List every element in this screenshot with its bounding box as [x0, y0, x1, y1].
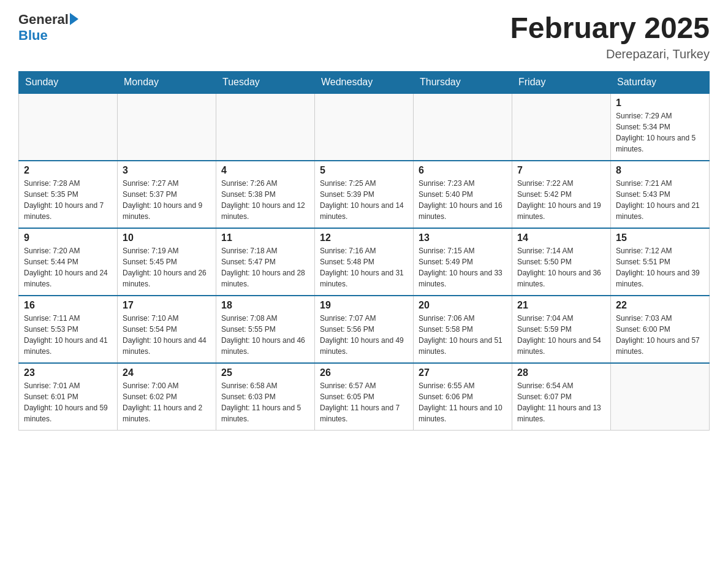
day-cell: 1Sunrise: 7:29 AMSunset: 5:34 PMDaylight…: [611, 93, 710, 161]
title-block: February 2025 Derepazari, Turkey: [510, 12, 710, 61]
day-cell: 19Sunrise: 7:07 AMSunset: 5:56 PMDayligh…: [315, 296, 414, 363]
day-cell: 26Sunrise: 6:57 AMSunset: 6:05 PMDayligh…: [315, 363, 414, 431]
col-wednesday: Wednesday: [315, 71, 414, 93]
day-cell: 9Sunrise: 7:20 AMSunset: 5:44 PMDaylight…: [19, 228, 118, 296]
day-info: Sunrise: 7:04 AMSunset: 5:59 PMDaylight:…: [517, 313, 605, 357]
day-info: Sunrise: 7:00 AMSunset: 6:02 PMDaylight:…: [123, 380, 211, 424]
day-info: Sunrise: 7:26 AMSunset: 5:38 PMDaylight:…: [221, 178, 309, 222]
day-cell: 5Sunrise: 7:25 AMSunset: 5:39 PMDaylight…: [315, 161, 414, 228]
logo-general-text: General: [18, 12, 69, 27]
day-info: Sunrise: 7:14 AMSunset: 5:50 PMDaylight:…: [517, 245, 605, 289]
day-info: Sunrise: 7:08 AMSunset: 5:55 PMDaylight:…: [221, 313, 309, 357]
week-row-1: 1Sunrise: 7:29 AMSunset: 5:34 PMDaylight…: [19, 93, 710, 161]
day-cell: 22Sunrise: 7:03 AMSunset: 6:00 PMDayligh…: [611, 296, 710, 363]
day-number: 25: [221, 367, 309, 378]
day-info: Sunrise: 7:28 AMSunset: 5:35 PMDaylight:…: [24, 178, 112, 222]
day-cell: 7Sunrise: 7:22 AMSunset: 5:42 PMDaylight…: [512, 161, 611, 228]
day-number: 14: [517, 232, 605, 243]
day-number: 6: [419, 165, 507, 176]
day-cell: 3Sunrise: 7:27 AMSunset: 5:37 PMDaylight…: [118, 161, 216, 228]
calendar-table: Sunday Monday Tuesday Wednesday Thursday…: [18, 71, 710, 431]
day-info: Sunrise: 7:10 AMSunset: 5:54 PMDaylight:…: [123, 313, 211, 357]
day-number: 3: [123, 165, 211, 176]
day-number: 1: [616, 98, 704, 109]
day-info: Sunrise: 6:54 AMSunset: 6:07 PMDaylight:…: [517, 380, 605, 424]
day-number: 23: [24, 367, 112, 378]
day-number: 7: [517, 165, 605, 176]
day-cell: 16Sunrise: 7:11 AMSunset: 5:53 PMDayligh…: [19, 296, 118, 363]
day-cell: 18Sunrise: 7:08 AMSunset: 5:55 PMDayligh…: [216, 296, 315, 363]
day-number: 2: [24, 165, 112, 176]
calendar-header-row: Sunday Monday Tuesday Wednesday Thursday…: [19, 71, 710, 93]
calendar-title: February 2025: [510, 12, 710, 45]
day-info: Sunrise: 7:16 AMSunset: 5:48 PMDaylight:…: [320, 245, 408, 289]
day-cell: 24Sunrise: 7:00 AMSunset: 6:02 PMDayligh…: [118, 363, 216, 431]
day-cell: [611, 363, 710, 431]
logo-arrow-icon: [70, 13, 78, 25]
day-number: 20: [419, 300, 507, 311]
day-number: 4: [221, 165, 309, 176]
day-cell: 11Sunrise: 7:18 AMSunset: 5:47 PMDayligh…: [216, 228, 315, 296]
day-cell: 10Sunrise: 7:19 AMSunset: 5:45 PMDayligh…: [118, 228, 216, 296]
day-cell: [19, 93, 118, 161]
day-info: Sunrise: 6:58 AMSunset: 6:03 PMDaylight:…: [221, 380, 309, 424]
day-info: Sunrise: 7:27 AMSunset: 5:37 PMDaylight:…: [123, 178, 211, 222]
col-saturday: Saturday: [611, 71, 710, 93]
day-cell: [512, 93, 611, 161]
day-cell: 4Sunrise: 7:26 AMSunset: 5:38 PMDaylight…: [216, 161, 315, 228]
day-number: 19: [320, 300, 408, 311]
day-number: 9: [24, 232, 112, 243]
col-sunday: Sunday: [19, 71, 118, 93]
day-info: Sunrise: 7:20 AMSunset: 5:44 PMDaylight:…: [24, 245, 112, 289]
page-header: General Blue February 2025 Derepazari, T…: [18, 12, 710, 61]
day-info: Sunrise: 7:21 AMSunset: 5:43 PMDaylight:…: [616, 178, 704, 222]
day-number: 8: [616, 165, 704, 176]
day-number: 28: [517, 367, 605, 378]
day-number: 16: [24, 300, 112, 311]
day-info: Sunrise: 7:19 AMSunset: 5:45 PMDaylight:…: [123, 245, 211, 289]
day-info: Sunrise: 7:06 AMSunset: 5:58 PMDaylight:…: [419, 313, 507, 357]
col-tuesday: Tuesday: [216, 71, 315, 93]
day-cell: 13Sunrise: 7:15 AMSunset: 5:49 PMDayligh…: [414, 228, 512, 296]
week-row-5: 23Sunrise: 7:01 AMSunset: 6:01 PMDayligh…: [19, 363, 710, 431]
day-info: Sunrise: 7:12 AMSunset: 5:51 PMDaylight:…: [616, 245, 704, 289]
day-number: 24: [123, 367, 211, 378]
day-cell: 23Sunrise: 7:01 AMSunset: 6:01 PMDayligh…: [19, 363, 118, 431]
day-info: Sunrise: 7:29 AMSunset: 5:34 PMDaylight:…: [616, 110, 704, 155]
logo: General Blue: [18, 12, 78, 43]
day-cell: 20Sunrise: 7:06 AMSunset: 5:58 PMDayligh…: [414, 296, 512, 363]
day-info: Sunrise: 7:23 AMSunset: 5:40 PMDaylight:…: [419, 178, 507, 222]
day-number: 15: [616, 232, 704, 243]
day-info: Sunrise: 7:25 AMSunset: 5:39 PMDaylight:…: [320, 178, 408, 222]
day-number: 17: [123, 300, 211, 311]
day-cell: 21Sunrise: 7:04 AMSunset: 5:59 PMDayligh…: [512, 296, 611, 363]
logo-blue-text: Blue: [18, 28, 48, 43]
week-row-4: 16Sunrise: 7:11 AMSunset: 5:53 PMDayligh…: [19, 296, 710, 363]
week-row-2: 2Sunrise: 7:28 AMSunset: 5:35 PMDaylight…: [19, 161, 710, 228]
col-friday: Friday: [512, 71, 611, 93]
day-info: Sunrise: 7:18 AMSunset: 5:47 PMDaylight:…: [221, 245, 309, 289]
day-number: 21: [517, 300, 605, 311]
col-monday: Monday: [118, 71, 216, 93]
day-number: 10: [123, 232, 211, 243]
day-info: Sunrise: 7:15 AMSunset: 5:49 PMDaylight:…: [419, 245, 507, 289]
day-info: Sunrise: 7:01 AMSunset: 6:01 PMDaylight:…: [24, 380, 112, 424]
day-info: Sunrise: 6:57 AMSunset: 6:05 PMDaylight:…: [320, 380, 408, 424]
day-info: Sunrise: 7:03 AMSunset: 6:00 PMDaylight:…: [616, 313, 704, 357]
day-cell: 8Sunrise: 7:21 AMSunset: 5:43 PMDaylight…: [611, 161, 710, 228]
col-thursday: Thursday: [414, 71, 512, 93]
day-info: Sunrise: 7:11 AMSunset: 5:53 PMDaylight:…: [24, 313, 112, 357]
day-number: 26: [320, 367, 408, 378]
day-info: Sunrise: 7:07 AMSunset: 5:56 PMDaylight:…: [320, 313, 408, 357]
day-cell: 14Sunrise: 7:14 AMSunset: 5:50 PMDayligh…: [512, 228, 611, 296]
day-cell: [118, 93, 216, 161]
day-cell: 17Sunrise: 7:10 AMSunset: 5:54 PMDayligh…: [118, 296, 216, 363]
day-number: 27: [419, 367, 507, 378]
day-cell: 25Sunrise: 6:58 AMSunset: 6:03 PMDayligh…: [216, 363, 315, 431]
day-number: 13: [419, 232, 507, 243]
day-cell: [414, 93, 512, 161]
week-row-3: 9Sunrise: 7:20 AMSunset: 5:44 PMDaylight…: [19, 228, 710, 296]
day-cell: [315, 93, 414, 161]
day-cell: 15Sunrise: 7:12 AMSunset: 5:51 PMDayligh…: [611, 228, 710, 296]
day-info: Sunrise: 6:55 AMSunset: 6:06 PMDaylight:…: [419, 380, 507, 424]
